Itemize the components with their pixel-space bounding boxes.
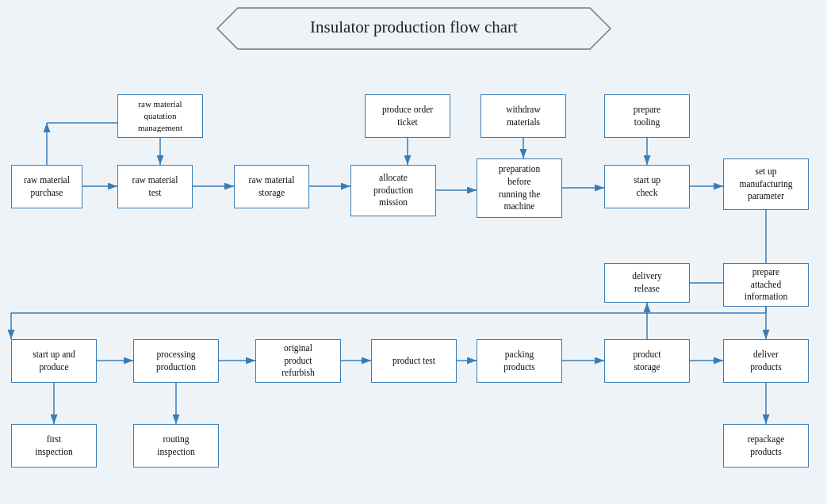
box-processing-production: processingproduction — [133, 339, 219, 383]
box-packing-products: packingproducts — [477, 339, 562, 383]
chart-title: Insulator production flow chart — [310, 17, 518, 36]
box-raw-material-purchase: raw materialpurchase — [11, 165, 82, 208]
box-first-inspection: firstinspection — [11, 424, 97, 468]
arrows-layer — [0, 0, 827, 504]
box-product-storage: productstorage — [604, 339, 690, 383]
box-produce-order-ticket: produce orderticket — [365, 94, 450, 138]
box-preparation-before: preparationbeforerunning themachine — [477, 158, 562, 218]
box-withdraw-materials: withdrawmaterials — [481, 94, 566, 138]
box-raw-material-storage: raw materialstorage — [234, 165, 309, 208]
box-allocate-production: allocateproductionmission — [350, 165, 436, 216]
box-prepare-tooling: preparetooling — [604, 94, 690, 138]
box-prepare-attached: prepareattachedinformation — [723, 263, 809, 307]
box-delivery-release: deliveryrelease — [604, 263, 690, 303]
box-start-up-produce: start up andproduce — [11, 339, 97, 383]
box-repackage-products: repackageproducts — [723, 424, 809, 468]
box-original-product: originalproductrefurbish — [255, 339, 341, 383]
box-set-up-manufacturing: set upmanufacturingparameter — [723, 158, 809, 210]
box-product-test: product test — [371, 339, 457, 383]
box-deliver-products: deliverproducts — [723, 339, 809, 383]
title-banner: Insulator production flow chart — [216, 6, 612, 51]
box-raw-material-quatation: raw materialquatationmanagement — [117, 94, 203, 138]
box-raw-material-test: raw materialtest — [117, 165, 193, 208]
box-start-up-check: start upcheck — [604, 165, 690, 208]
chart-container: Insulator production flow chart — [0, 0, 827, 504]
box-routing-inspection: routinginspection — [133, 424, 219, 468]
